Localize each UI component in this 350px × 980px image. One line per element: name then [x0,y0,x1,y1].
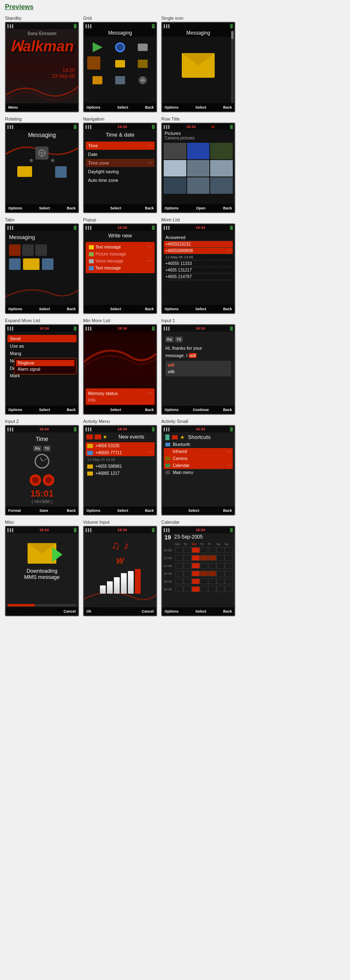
softkey-back-activity-small[interactable]: Back [223,509,232,513]
cal-cell-14-mo[interactable] [175,563,183,569]
act-small-item-3[interactable]: Calendar 〰 [164,462,233,469]
cal-cell-16-tu[interactable] [183,571,192,576]
softkey-open-row[interactable]: Open [196,206,206,210]
suggestion-will[interactable]: will [168,362,229,369]
call-log-item-5[interactable]: +4655 214787 [164,274,233,280]
softkey-continue-input1[interactable]: Continue [193,408,209,412]
tab-icon-tools[interactable] [9,244,21,256]
softkey-select-tabs[interactable]: Select [39,307,50,311]
cal-cell-20-fr[interactable] [208,586,216,592]
photo-8[interactable] [187,177,210,194]
suggestion-wilk[interactable]: wilk [168,369,229,375]
softkey-back-input2[interactable]: Back [67,509,76,513]
grid-icon-camera[interactable] [132,40,153,55]
photo-5[interactable] [187,160,210,176]
photo-3[interactable] [210,143,233,159]
grid-icon-list[interactable] [110,73,131,88]
softkey-select-nav[interactable]: Select [110,206,121,210]
popup-item-voice[interactable]: Voice message 〰 [87,258,153,265]
cal-cell-16-su[interactable] [225,571,233,576]
cal-cell-12-th[interactable] [200,555,208,561]
softkey-back-min[interactable]: Back [145,408,154,412]
photo-2[interactable] [187,143,210,159]
act-small-item-2[interactable]: Camera [164,455,233,462]
cal-cell-20-we[interactable] [192,586,200,592]
expand-send[interactable]: Send [7,335,76,342]
act-small-item-0[interactable]: Bluetooth [164,441,233,448]
dropdown-alarm[interactable]: Alarm signal [16,366,74,372]
softkey-back-rotating[interactable]: Back [67,206,76,210]
softkey-options-tabs[interactable]: Options [8,307,22,311]
photo-9[interactable] [210,177,233,194]
softkey-select-more-list[interactable]: Select [195,307,206,311]
cal-cell-12-fr[interactable] [208,555,216,561]
grid-icon-folder[interactable] [87,73,108,88]
grid-icon-globe[interactable] [110,40,131,55]
cal-cell-10-sa[interactable] [216,547,225,553]
cal-cell-16-fr[interactable] [208,571,216,576]
expand-useas[interactable]: Use as [7,342,76,350]
popup-item-text2[interactable]: Text message [87,265,153,272]
softkey-back-tabs[interactable]: Back [67,307,76,311]
call-log-item-1[interactable]: +46555899898 〰 [164,248,233,254]
softkey-select-min[interactable]: Select [110,408,121,412]
softkey-back-grid[interactable]: Back [145,105,154,109]
call-log-item-3[interactable]: +46555 11333 [164,260,233,267]
softkey-back-input1[interactable]: Back [223,408,232,412]
input2-time-value[interactable]: 15:01 [30,488,53,499]
softkey-options-row[interactable]: Options [165,206,178,210]
softkey-back-nav[interactable]: Back [145,206,154,210]
cal-cell-12-su[interactable] [225,555,233,561]
cal-cell-20-tu[interactable] [183,586,192,592]
cal-cell-10-fr[interactable] [208,547,216,553]
cal-cell-18-sa[interactable] [216,578,225,584]
cal-cell-18-fr[interactable] [208,578,216,584]
cal-cell-18-we[interactable] [192,578,200,584]
volume-bars[interactable] [100,569,141,594]
softkey-options-calendar[interactable]: Options [165,609,178,613]
softkey-options-input1[interactable]: Options [165,408,178,412]
softkey-select-activity-small[interactable]: Select [188,509,199,513]
cal-cell-18-su[interactable] [225,578,233,584]
cal-cell-16-th[interactable] [200,571,208,576]
cal-cell-14-fr[interactable] [208,563,216,569]
grid-icon-play[interactable] [87,40,108,55]
nav-item-auto-time[interactable]: Auto time zone [86,176,155,184]
cal-cell-14-tu[interactable] [183,563,192,569]
cal-cell-20-su[interactable] [225,586,233,592]
softkey-select-expand[interactable]: Select [39,408,50,412]
cal-cell-18-th[interactable] [200,578,208,584]
call-log-item-4[interactable]: +4655 131217 [164,267,233,274]
cal-cell-18-tu[interactable] [183,578,192,584]
input2-btn-t9[interactable]: T9 [43,446,51,451]
cal-cell-16-we[interactable] [192,571,200,576]
softkey-cancel-volume[interactable]: Cancel [141,609,154,613]
cal-cell-12-we[interactable] [192,555,200,561]
grid-icon-music[interactable] [132,56,153,71]
photo-1[interactable] [164,143,186,159]
nav-item-time[interactable]: Time 〰 [86,142,155,150]
activity-item-3[interactable]: +4655 598981 [86,463,155,470]
softkey-options-single[interactable]: Options [165,105,178,109]
min-item-memory[interactable]: Memory status 〰 [88,390,152,397]
min-item-info[interactable]: Info [88,397,152,403]
photo-6[interactable] [210,160,233,176]
softkey-format-input2[interactable]: Format [8,509,21,513]
cal-cell-10-th[interactable] [200,547,208,553]
softkey-options-more-list[interactable]: Options [165,307,178,311]
cal-cell-10-su[interactable] [225,547,233,553]
softkey-left-standby[interactable]: Menu [8,105,18,109]
nav-item-daylight[interactable]: Daylight saving [86,167,155,176]
softkey-back-single[interactable]: Back [223,105,232,109]
cal-cell-20-sa[interactable] [216,586,225,592]
act-small-item-1[interactable]: Infrared 〰 [164,448,233,455]
input-btn-t9[interactable]: T9 [175,337,183,342]
softkey-back-row[interactable]: Back [223,206,232,210]
nav-item-timezone[interactable]: Time zone 〰 [86,159,155,167]
expand-mang[interactable]: Mang [7,350,76,357]
tab-icon-2[interactable] [22,244,34,256]
cal-cell-12-sa[interactable] [216,555,225,561]
activity-item-4[interactable]: +46885 1217 [86,470,155,477]
nav-item-date[interactable]: Date [86,150,155,158]
photo-4[interactable] [164,160,186,176]
